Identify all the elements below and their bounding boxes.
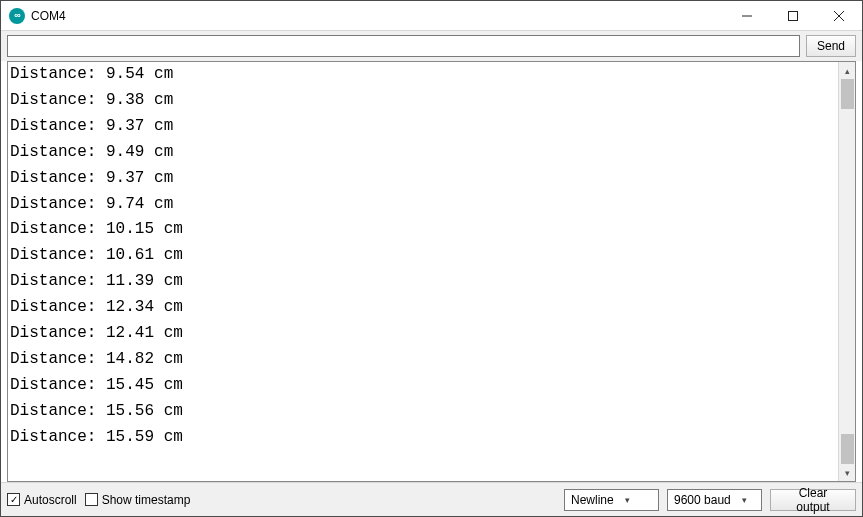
serial-output-panel: Distance: 9.54 cm Distance: 9.38 cm Dist… bbox=[7, 61, 856, 482]
timestamp-label: Show timestamp bbox=[102, 493, 191, 507]
baud-rate-select[interactable]: 9600 baud ▾ bbox=[667, 489, 762, 511]
arduino-icon: ∞ bbox=[9, 8, 25, 24]
vertical-scrollbar[interactable]: ▴ ▾ bbox=[838, 62, 855, 481]
window-title: COM4 bbox=[31, 9, 724, 23]
scroll-up-icon[interactable]: ▴ bbox=[839, 62, 856, 79]
maximize-button[interactable] bbox=[770, 1, 816, 30]
chevron-down-icon: ▾ bbox=[620, 495, 636, 505]
checkbox-icon: ✓ bbox=[7, 493, 20, 506]
send-bar: Send bbox=[1, 31, 862, 61]
clear-output-button[interactable]: Clear output bbox=[770, 489, 856, 511]
window-controls bbox=[724, 1, 862, 30]
baud-rate-value: 9600 baud bbox=[674, 493, 731, 507]
autoscroll-label: Autoscroll bbox=[24, 493, 77, 507]
svg-rect-1 bbox=[789, 11, 798, 20]
scroll-thumb-bottom[interactable] bbox=[841, 434, 854, 464]
footer-bar: ✓ Autoscroll Show timestamp Newline ▾ 96… bbox=[1, 482, 862, 516]
scroll-thumb-top[interactable] bbox=[841, 79, 854, 109]
titlebar: ∞ COM4 bbox=[1, 1, 862, 31]
line-ending-select[interactable]: Newline ▾ bbox=[564, 489, 659, 511]
serial-monitor-window: ∞ COM4 Send Distance: 9.54 cm Distance: … bbox=[0, 0, 863, 517]
line-ending-value: Newline bbox=[571, 493, 614, 507]
serial-output-text[interactable]: Distance: 9.54 cm Distance: 9.38 cm Dist… bbox=[8, 62, 838, 481]
checkbox-icon bbox=[85, 493, 98, 506]
close-button[interactable] bbox=[816, 1, 862, 30]
chevron-down-icon: ▾ bbox=[737, 495, 753, 505]
minimize-button[interactable] bbox=[724, 1, 770, 30]
send-button[interactable]: Send bbox=[806, 35, 856, 57]
scroll-down-icon[interactable]: ▾ bbox=[839, 464, 856, 481]
timestamp-checkbox[interactable]: Show timestamp bbox=[85, 493, 191, 507]
autoscroll-checkbox[interactable]: ✓ Autoscroll bbox=[7, 493, 77, 507]
serial-input[interactable] bbox=[7, 35, 800, 57]
